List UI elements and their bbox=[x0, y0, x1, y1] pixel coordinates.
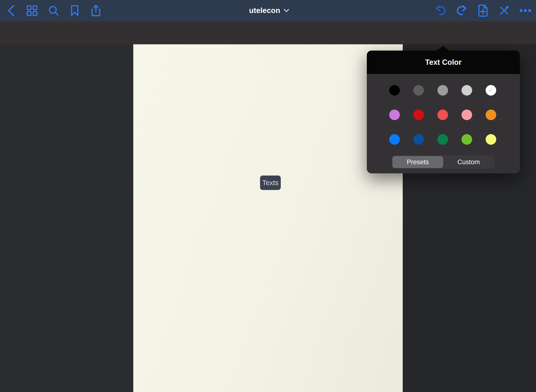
search-icon[interactable] bbox=[47, 4, 60, 17]
swatch-dark-blue[interactable] bbox=[413, 134, 424, 145]
text-color-popover: Text Color ✓ Presets Custom bbox=[367, 51, 520, 173]
add-page-icon[interactable] bbox=[476, 4, 490, 17]
swatch-pink[interactable] bbox=[462, 110, 472, 120]
chevron-down-icon bbox=[284, 9, 289, 13]
text-object[interactable]: Texts bbox=[260, 176, 281, 190]
swatch-dark-gray[interactable] bbox=[413, 85, 424, 96]
swatch-coral[interactable] bbox=[437, 110, 448, 120]
note-page[interactable]: Texts bbox=[133, 44, 403, 392]
document-title: utelecon bbox=[249, 6, 280, 15]
swatch-blue[interactable] bbox=[389, 134, 400, 145]
swatch-yellow[interactable] bbox=[486, 134, 496, 145]
document-title-button[interactable]: utelecon bbox=[249, 6, 289, 15]
swatch-red[interactable] bbox=[413, 110, 424, 120]
swatch-orange[interactable] bbox=[486, 110, 496, 120]
tool-bar: T HiraginoSans-... 16 bbox=[0, 21, 536, 44]
swatch-gray[interactable] bbox=[437, 85, 448, 96]
swatch-light-gray[interactable] bbox=[462, 85, 472, 96]
back-icon[interactable] bbox=[4, 4, 18, 17]
check-icon: ✓ bbox=[486, 85, 496, 96]
canvas-background-left bbox=[0, 44, 133, 392]
notes-app-window: utelecon bbox=[0, 0, 536, 392]
undo-icon[interactable] bbox=[434, 4, 447, 17]
popover-arrow bbox=[436, 46, 450, 51]
top-navigation-bar: utelecon bbox=[0, 0, 536, 21]
bookmark-icon[interactable] bbox=[68, 4, 81, 17]
swatch-orchid[interactable] bbox=[389, 110, 400, 120]
swatch-white[interactable]: ✓ bbox=[486, 85, 496, 96]
presets-custom-segmented-control: Presets Custom bbox=[392, 155, 495, 169]
swatch-green[interactable] bbox=[437, 134, 448, 145]
tab-custom-label: Custom bbox=[457, 158, 480, 166]
redo-icon[interactable] bbox=[455, 4, 469, 17]
more-icon[interactable] bbox=[519, 4, 532, 17]
tab-custom[interactable]: Custom bbox=[443, 156, 494, 168]
share-icon[interactable] bbox=[89, 4, 103, 17]
stop-editing-icon[interactable] bbox=[497, 4, 511, 17]
tab-presets-label: Presets bbox=[407, 158, 429, 166]
swatch-light-green[interactable] bbox=[462, 134, 472, 145]
popover-header: Text Color bbox=[367, 51, 520, 74]
swatch-grid: ✓ bbox=[389, 85, 496, 145]
tab-presets[interactable]: Presets bbox=[392, 156, 443, 168]
swatch-black[interactable] bbox=[389, 85, 400, 96]
thumbnails-grid-icon[interactable] bbox=[25, 4, 39, 17]
popover-title: Text Color bbox=[425, 58, 462, 67]
